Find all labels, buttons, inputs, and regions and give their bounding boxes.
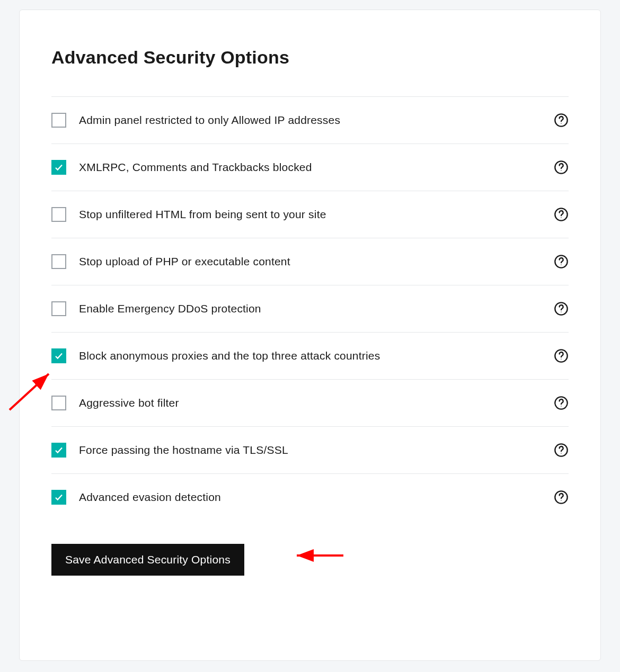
option-label: Force passing the hostname via TLS/SSL bbox=[79, 444, 288, 456]
help-icon[interactable] bbox=[554, 301, 569, 316]
help-icon[interactable] bbox=[554, 490, 569, 505]
option-row-force-hostname-tls: Force passing the hostname via TLS/SSL bbox=[51, 426, 569, 473]
help-icon[interactable] bbox=[554, 160, 569, 175]
option-left: Enable Emergency DDoS protection bbox=[51, 301, 261, 316]
svg-point-7 bbox=[561, 264, 561, 265]
option-left: Stop unfiltered HTML from being sent to … bbox=[51, 207, 326, 222]
help-icon[interactable] bbox=[554, 207, 569, 222]
checkbox-force-hostname-tls[interactable] bbox=[51, 443, 66, 458]
option-row-stop-unfiltered-html: Stop unfiltered HTML from being sent to … bbox=[51, 191, 569, 238]
svg-point-3 bbox=[561, 170, 561, 171]
option-left: Advanced evasion detection bbox=[51, 490, 221, 505]
help-icon[interactable] bbox=[554, 348, 569, 363]
svg-point-1 bbox=[561, 123, 561, 123]
option-label: Stop upload of PHP or executable content bbox=[79, 255, 290, 268]
option-row-aggressive-bot-filter: Aggressive bot filter bbox=[51, 379, 569, 426]
option-left: Force passing the hostname via TLS/SSL bbox=[51, 443, 288, 458]
option-left: Admin panel restricted to only Allowed I… bbox=[51, 113, 340, 128]
option-row-restrict-admin-ip: Admin panel restricted to only Allowed I… bbox=[51, 96, 569, 144]
svg-point-9 bbox=[561, 311, 561, 312]
checkbox-advanced-evasion[interactable] bbox=[51, 490, 66, 505]
option-row-block-xmlrpc: XMLRPC, Comments and Trackbacks blocked bbox=[51, 144, 569, 191]
help-icon[interactable] bbox=[554, 254, 569, 269]
checkbox-block-xmlrpc[interactable] bbox=[51, 160, 66, 175]
svg-point-15 bbox=[561, 453, 561, 453]
option-label: Enable Emergency DDoS protection bbox=[79, 302, 261, 315]
option-label: Block anonymous proxies and the top thre… bbox=[79, 350, 380, 362]
option-label: Advanced evasion detection bbox=[79, 491, 221, 504]
checkbox-aggressive-bot-filter[interactable] bbox=[51, 396, 66, 410]
options-list: Admin panel restricted to only Allowed I… bbox=[51, 96, 569, 521]
option-left: XMLRPC, Comments and Trackbacks blocked bbox=[51, 160, 312, 175]
option-row-block-anon-proxies: Block anonymous proxies and the top thre… bbox=[51, 332, 569, 379]
svg-point-5 bbox=[561, 217, 561, 218]
option-label: Aggressive bot filter bbox=[79, 397, 179, 409]
option-row-advanced-evasion: Advanced evasion detection bbox=[51, 473, 569, 521]
checkbox-stop-unfiltered-html[interactable] bbox=[51, 207, 66, 222]
option-left: Stop upload of PHP or executable content bbox=[51, 254, 290, 269]
save-button[interactable]: Save Advanced Security Options bbox=[51, 544, 244, 576]
option-label: XMLRPC, Comments and Trackbacks blocked bbox=[79, 161, 312, 174]
svg-point-17 bbox=[561, 500, 561, 500]
security-options-card: Advanced Security Options Admin panel re… bbox=[19, 10, 601, 661]
option-label: Admin panel restricted to only Allowed I… bbox=[79, 114, 340, 127]
page-title: Advanced Security Options bbox=[51, 47, 569, 68]
option-row-emergency-ddos: Enable Emergency DDoS protection bbox=[51, 285, 569, 332]
checkbox-restrict-admin-ip[interactable] bbox=[51, 113, 66, 128]
option-left: Block anonymous proxies and the top thre… bbox=[51, 348, 380, 363]
help-icon[interactable] bbox=[554, 396, 569, 410]
svg-point-13 bbox=[561, 406, 561, 406]
checkbox-emergency-ddos[interactable] bbox=[51, 301, 66, 316]
help-icon[interactable] bbox=[554, 443, 569, 458]
checkbox-block-anon-proxies[interactable] bbox=[51, 348, 66, 363]
checkbox-stop-upload-exec[interactable] bbox=[51, 254, 66, 269]
option-row-stop-upload-exec: Stop upload of PHP or executable content bbox=[51, 238, 569, 285]
svg-point-11 bbox=[561, 359, 561, 359]
option-left: Aggressive bot filter bbox=[51, 396, 179, 410]
help-icon[interactable] bbox=[554, 113, 569, 128]
option-label: Stop unfiltered HTML from being sent to … bbox=[79, 208, 326, 221]
